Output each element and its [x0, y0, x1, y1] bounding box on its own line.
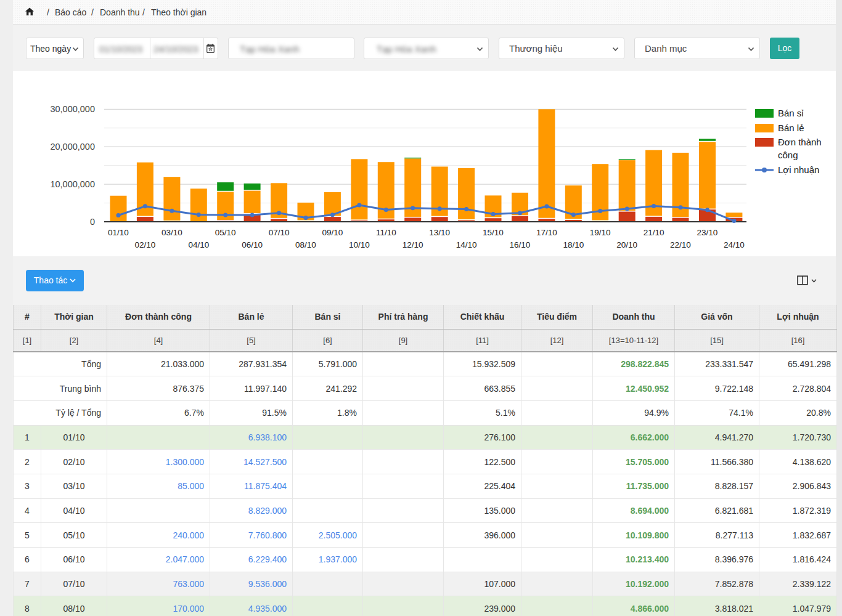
svg-text:20/10: 20/10	[616, 240, 637, 249]
svg-text:04/10: 04/10	[188, 240, 209, 249]
svg-text:30,000,000: 30,000,000	[50, 104, 95, 114]
svg-text:09/10: 09/10	[322, 228, 343, 237]
svg-text:07/10: 07/10	[269, 228, 290, 237]
svg-text:14/10: 14/10	[456, 240, 477, 249]
svg-text:Bán lẻ: Bán lẻ	[778, 123, 804, 133]
svg-text:18/10: 18/10	[563, 240, 584, 249]
svg-text:02/10: 02/10	[135, 240, 156, 249]
svg-text:công: công	[778, 150, 798, 160]
svg-text:19/10: 19/10	[590, 228, 611, 237]
svg-text:15/10: 15/10	[483, 228, 504, 237]
svg-text:10/10: 10/10	[349, 240, 370, 249]
svg-text:22/10: 22/10	[670, 240, 691, 249]
svg-text:Bán sỉ: Bán sỉ	[778, 108, 804, 118]
svg-text:24/10: 24/10	[724, 240, 745, 249]
svg-text:Lợi nhuận: Lợi nhuận	[778, 164, 819, 175]
svg-text:08/10: 08/10	[295, 240, 316, 249]
svg-text:05/10: 05/10	[215, 228, 236, 237]
svg-text:Đơn thành: Đơn thành	[778, 137, 822, 147]
svg-text:20,000,000: 20,000,000	[50, 142, 95, 152]
svg-text:13/10: 13/10	[429, 228, 450, 237]
svg-text:16/10: 16/10	[510, 240, 531, 249]
svg-text:03/10: 03/10	[161, 228, 182, 237]
svg-text:0: 0	[90, 217, 95, 227]
svg-text:17/10: 17/10	[536, 228, 557, 237]
svg-text:11/10: 11/10	[376, 228, 396, 237]
svg-text:01/10: 01/10	[108, 228, 129, 237]
svg-text:23/10: 23/10	[697, 228, 718, 237]
svg-text:21/10: 21/10	[644, 228, 664, 237]
svg-text:06/10: 06/10	[242, 240, 263, 249]
svg-text:12/10: 12/10	[403, 240, 423, 249]
svg-text:10,000,000: 10,000,000	[50, 179, 95, 189]
